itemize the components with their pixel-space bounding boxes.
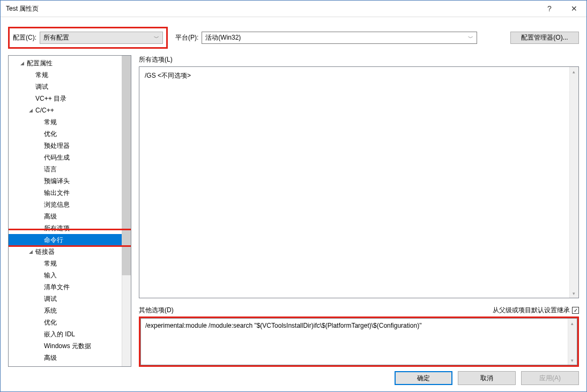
- tree-item-19[interactable]: 清单文件: [9, 281, 131, 293]
- tree-panel: ◢配置属性常规调试VC++ 目录◢C/C++常规优化预处理器代码生成语言预编译头…: [8, 55, 131, 367]
- all-options-label: 所有选项(L): [139, 55, 579, 64]
- tree-item-label: 调试: [44, 295, 57, 304]
- tree-item-label: VC++ 目录: [35, 94, 66, 103]
- tree-caret-icon: ◢: [29, 108, 35, 113]
- tree-item-21[interactable]: 系统: [9, 305, 131, 316]
- tree-item-label: 配置属性: [27, 59, 53, 68]
- cancel-button[interactable]: 取消: [458, 371, 516, 385]
- config-manager-label: 配置管理器(O)...: [521, 33, 568, 42]
- chevron-down-icon: ﹀: [154, 34, 159, 42]
- other-options-value: /experimental:module /module:search "$(V…: [145, 322, 421, 329]
- tree-item-13[interactable]: 高级: [9, 210, 131, 222]
- scroll-up-icon[interactable]: ▴: [569, 67, 578, 76]
- config-dropdown[interactable]: 所有配置 ﹀: [40, 32, 163, 44]
- tree-item-label: 预编译头: [44, 177, 70, 186]
- tree-item-23[interactable]: 嵌入的 IDL: [9, 328, 131, 340]
- tree-item-15[interactable]: 命令行: [9, 234, 131, 246]
- tree-item-label: 优化: [44, 318, 57, 327]
- tree-item-label: 常规: [35, 71, 48, 80]
- ok-button[interactable]: 确定: [395, 371, 452, 385]
- config-manager-button[interactable]: 配置管理器(O)...: [510, 32, 579, 44]
- scroll-up-icon[interactable]: ▴: [568, 319, 577, 328]
- apply-label: 应用(A): [539, 374, 561, 383]
- apply-button[interactable]: 应用(A): [521, 371, 579, 385]
- config-highlight-box: 配置(C): 所有配置 ﹀: [8, 27, 168, 49]
- tree-item-label: 调试: [35, 82, 48, 92]
- tree-item-label: 输出文件: [44, 189, 70, 198]
- tree-item-0[interactable]: ◢配置属性: [9, 57, 131, 69]
- platform-dropdown[interactable]: 活动(Win32) ﹀: [202, 32, 477, 44]
- close-button[interactable]: ✕: [562, 1, 586, 17]
- window-title: Test 属性页: [6, 4, 537, 13]
- scroll-down-icon[interactable]: ▾: [569, 289, 578, 298]
- tree-item-10[interactable]: 预编译头: [9, 175, 131, 187]
- other-options-header: 其他选项(D) 从父级或项目默认设置继承 ✓: [139, 306, 579, 315]
- tree-item-label: Windows 元数据: [44, 342, 91, 351]
- help-button[interactable]: ?: [537, 1, 562, 17]
- tree-item-label: 语言: [44, 165, 57, 174]
- tree-item-11[interactable]: 输出文件: [9, 187, 131, 199]
- tree-item-7[interactable]: 预处理器: [9, 140, 131, 152]
- all-options-value: /GS <不同选项>: [145, 72, 191, 79]
- tree-item-22[interactable]: 优化: [9, 316, 131, 328]
- platform-dropdown-value: 活动(Win32): [205, 33, 241, 42]
- tree[interactable]: ◢配置属性常规调试VC++ 目录◢C/C++常规优化预处理器代码生成语言预编译头…: [9, 56, 131, 365]
- tree-item-label: 常规: [44, 118, 57, 127]
- tree-item-label: 命令行: [44, 236, 63, 245]
- tree-item-5[interactable]: 常规: [9, 116, 131, 128]
- tree-item-label: 嵌入的 IDL: [44, 330, 75, 339]
- tree-item-label: 预处理器: [44, 141, 70, 150]
- ok-label: 确定: [417, 374, 430, 383]
- other-options-highlight-box: /experimental:module /module:search "$(V…: [139, 316, 579, 367]
- tree-caret-icon: ◢: [20, 61, 27, 66]
- tree-item-label: 清单文件: [44, 283, 70, 292]
- config-dropdown-value: 所有配置: [43, 33, 69, 42]
- tree-caret-icon: ◢: [29, 249, 35, 254]
- tree-item-label: 浏览信息: [44, 200, 70, 209]
- other-options-label: 其他选项(D): [139, 306, 174, 315]
- tree-item-label: 系统: [44, 306, 57, 315]
- tree-item-14[interactable]: 所有选项: [9, 222, 131, 234]
- other-options-textarea[interactable]: /experimental:module /module:search "$(V…: [140, 318, 577, 365]
- tree-item-20[interactable]: 调试: [9, 293, 131, 305]
- main-area: ◢配置属性常规调试VC++ 目录◢C/C++常规优化预处理器代码生成语言预编译头…: [1, 55, 586, 367]
- tree-scrollbar[interactable]: [122, 56, 131, 366]
- tree-item-3[interactable]: VC++ 目录: [9, 93, 131, 104]
- tree-item-label: 链接器: [35, 247, 55, 257]
- inherit-label: 从父级或项目默认设置继承: [493, 306, 570, 315]
- config-label: 配置(C):: [13, 33, 36, 42]
- tree-item-9[interactable]: 语言: [9, 163, 131, 175]
- tree-item-label: 所有选项: [44, 224, 70, 233]
- all-options-scrollbar[interactable]: ▴ ▾: [569, 67, 578, 298]
- tree-item-16[interactable]: ◢链接器: [9, 246, 131, 258]
- other-options-scrollbar[interactable]: ▴ ▾: [568, 319, 577, 365]
- tree-scroll-thumb[interactable]: [122, 56, 131, 275]
- inherit-checkbox[interactable]: ✓: [572, 307, 579, 314]
- tree-item-label: 常规: [44, 259, 57, 268]
- tree-item-label: 优化: [44, 130, 57, 139]
- tree-item-18[interactable]: 输入: [9, 269, 131, 281]
- chevron-down-icon: ﹀: [468, 34, 473, 42]
- right-column: 所有选项(L) /GS <不同选项> ▴ ▾ 其他选项(D) 从父级或项目默认设…: [139, 55, 579, 367]
- tree-item-24[interactable]: Windows 元数据: [9, 340, 131, 352]
- scroll-down-icon[interactable]: ▾: [568, 356, 577, 365]
- tree-item-label: 高级: [44, 212, 57, 221]
- inherit-wrap: 从父级或项目默认设置继承 ✓: [493, 306, 579, 315]
- tree-item-12[interactable]: 浏览信息: [9, 199, 131, 210]
- tree-item-17[interactable]: 常规: [9, 258, 131, 269]
- tree-item-2[interactable]: 调试: [9, 81, 131, 93]
- tree-item-25[interactable]: 高级: [9, 352, 131, 364]
- titlebar: Test 属性页 ? ✕: [1, 1, 586, 17]
- tree-item-label: 高级: [44, 353, 57, 363]
- tree-item-label: C/C++: [35, 107, 54, 114]
- config-row: 配置(C): 所有配置 ﹀ 平台(P): 活动(Win32) ﹀ 配置管理器(O…: [1, 17, 586, 55]
- tree-item-label: 代码生成: [44, 153, 70, 162]
- cancel-label: 取消: [480, 374, 493, 383]
- tree-item-4[interactable]: ◢C/C++: [9, 104, 131, 116]
- all-options-textarea[interactable]: /GS <不同选项> ▴ ▾: [139, 66, 579, 298]
- tree-item-1[interactable]: 常规: [9, 69, 131, 81]
- tree-item-8[interactable]: 代码生成: [9, 152, 131, 163]
- tree-item-6[interactable]: 优化: [9, 128, 131, 140]
- platform-label: 平台(P):: [175, 33, 198, 42]
- dialog-footer: 确定 取消 应用(A): [1, 365, 586, 391]
